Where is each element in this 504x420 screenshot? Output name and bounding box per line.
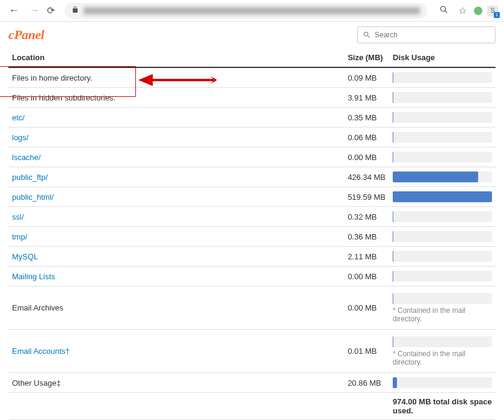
- size-cell: 426.34 MB: [344, 167, 389, 187]
- location-label: Files in home directory.: [12, 73, 92, 82]
- size-cell: 0.06 MB: [344, 128, 389, 147]
- header-size[interactable]: Size (MB): [344, 48, 389, 67]
- location-link[interactable]: lscache/: [12, 153, 41, 162]
- location-label: Email Archives: [12, 303, 63, 312]
- location-link[interactable]: ssl/: [12, 212, 24, 221]
- url-text: [84, 7, 420, 14]
- usage-bar: [393, 251, 492, 262]
- location-link[interactable]: Email Accounts†: [12, 347, 70, 356]
- summary-row: 974.00 MB total disk space used.: [8, 393, 496, 420]
- reload-button[interactable]: ⟳: [47, 5, 55, 16]
- extension-badge-icon[interactable]: S: [487, 5, 498, 16]
- size-cell: 3.91 MB: [344, 88, 389, 108]
- usage-bar: [393, 152, 492, 162]
- usage-cell: [389, 247, 496, 267]
- size-cell: 0.09 MB: [344, 67, 389, 88]
- location-label: Other Usage‡: [12, 378, 61, 388]
- size-cell: 0.00 MB: [344, 267, 389, 286]
- app-header: cPanel: [0, 22, 504, 48]
- usage-bar: [393, 171, 492, 182]
- size-cell: 0.00 MB: [344, 286, 389, 330]
- usage-bar: [393, 336, 492, 347]
- svg-point-0: [441, 6, 446, 11]
- usage-bar: [393, 293, 492, 304]
- usage-cell: [389, 227, 496, 247]
- header-location[interactable]: Location: [8, 48, 344, 67]
- usage-bar: [393, 377, 492, 388]
- usage-cell: [389, 147, 496, 167]
- table-row: etc/0.35 MB: [8, 108, 496, 128]
- table-row: Files in home directory.0.09 MB: [8, 67, 496, 88]
- table-row: public_ftp/426.34 MB: [8, 167, 496, 187]
- size-cell: 2.11 MB: [344, 247, 389, 267]
- size-cell: 0.36 MB: [344, 227, 389, 247]
- location-link[interactable]: tmp/: [12, 232, 27, 241]
- extension-dot-icon[interactable]: [474, 7, 482, 15]
- svg-line-1: [445, 10, 447, 13]
- header-usage[interactable]: Disk Usage: [389, 48, 496, 67]
- location-link[interactable]: public_ftp/: [12, 173, 48, 182]
- usage-bar: [393, 132, 492, 143]
- search-input[interactable]: [375, 31, 490, 39]
- disk-usage-table: Location Size (MB) Disk Usage Files in h…: [8, 48, 496, 420]
- location-link[interactable]: logs/: [12, 133, 28, 142]
- usage-bar: [393, 92, 492, 103]
- usage-bar: [393, 271, 492, 282]
- size-cell: 0.35 MB: [344, 108, 389, 128]
- table-row: Email Accounts†0.01 MB* Contained in the…: [8, 330, 496, 373]
- usage-cell: * Contained in the mail directory.: [389, 330, 496, 373]
- location-link[interactable]: etc/: [12, 113, 25, 122]
- table-row: public_html/519.59 MB: [8, 187, 496, 207]
- table-row: lscache/0.00 MB: [8, 147, 496, 167]
- table-row: Files in hidden subdirectories.3.91 MB: [8, 88, 496, 108]
- usage-cell: [389, 88, 496, 108]
- address-bar[interactable]: [64, 3, 427, 19]
- usage-cell: [389, 108, 496, 128]
- usage-cell: * Contained in the mail directory.: [389, 286, 496, 330]
- back-button[interactable]: ←: [6, 4, 22, 17]
- usage-bar: [393, 231, 492, 242]
- size-cell: 0.32 MB: [344, 207, 389, 227]
- usage-cell: [389, 267, 496, 286]
- size-cell: 20.86 MB: [344, 373, 389, 393]
- usage-bar: [393, 211, 492, 222]
- usage-bar: [393, 191, 492, 202]
- table-row: Other Usage‡20.86 MB: [8, 373, 496, 393]
- usage-bar: [393, 112, 492, 123]
- summary-text: 974.00 MB total disk space used.: [389, 393, 496, 420]
- table-row: Email Archives0.00 MB* Contained in the …: [8, 286, 496, 330]
- location-link[interactable]: MySQL: [12, 252, 38, 261]
- size-cell: 0.00 MB: [344, 147, 389, 167]
- usage-cell: [389, 207, 496, 227]
- usage-cell: [389, 67, 496, 88]
- location-label: Files in hidden subdirectories.: [12, 93, 115, 102]
- size-cell: 0.01 MB: [344, 330, 389, 373]
- usage-cell: [389, 128, 496, 147]
- bookmark-star-icon[interactable]: ☆: [456, 5, 469, 16]
- table-row: logs/0.06 MB: [8, 128, 496, 147]
- cpanel-logo[interactable]: cPanel: [8, 27, 44, 43]
- usage-bar: [393, 72, 492, 83]
- usage-cell: [389, 373, 496, 393]
- table-row: Mailing Lists0.00 MB: [8, 267, 496, 286]
- table-row: tmp/0.36 MB: [8, 227, 496, 247]
- main-content: Location Size (MB) Disk Usage Files in h…: [0, 48, 504, 420]
- usage-note: * Contained in the mail directory.: [393, 306, 492, 323]
- table-row: ssl/0.32 MB: [8, 207, 496, 227]
- location-link[interactable]: public_html/: [12, 193, 54, 202]
- search-box[interactable]: [357, 26, 496, 43]
- search-icon: [363, 31, 371, 39]
- usage-cell: [389, 167, 496, 187]
- usage-cell: [389, 187, 496, 207]
- zoom-icon[interactable]: [437, 5, 451, 17]
- size-cell: 519.59 MB: [344, 187, 389, 207]
- location-link[interactable]: Mailing Lists: [12, 272, 55, 281]
- usage-note: * Contained in the mail directory.: [393, 350, 492, 366]
- browser-toolbar: ← → ⟳ ☆ S: [0, 0, 504, 22]
- lock-icon: [72, 6, 79, 15]
- table-row: MySQL2.11 MB: [8, 247, 496, 267]
- forward-button[interactable]: →: [26, 4, 42, 17]
